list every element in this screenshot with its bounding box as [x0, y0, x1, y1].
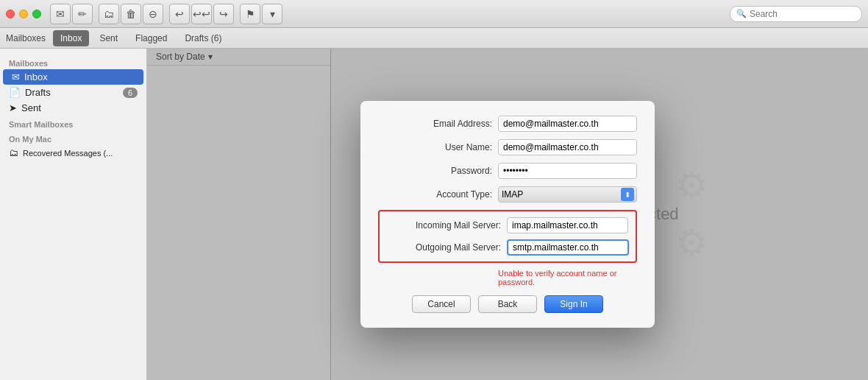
sidebar-item-recovered-label: Recovered Messages (... — [23, 149, 113, 158]
sidebar-section-onmymac: On My Mac — [0, 130, 146, 145]
flag-button[interactable]: ⚑ — [240, 4, 260, 24]
sidebar-item-recovered[interactable]: 🗂 Recovered Messages (... — [0, 145, 146, 161]
account-type-select[interactable]: IMAP POP — [498, 186, 637, 203]
flag-dropdown-button[interactable]: ▾ — [262, 4, 282, 24]
error-message: Unable to verify account name or passwor… — [498, 269, 637, 286]
new-mailbox-button[interactable]: ✉ — [50, 4, 71, 24]
email-label: Email Address: — [378, 119, 492, 129]
tab-drafts[interactable]: Drafts (6) — [177, 30, 229, 46]
traffic-lights — [6, 10, 41, 18]
username-label: User Name: — [378, 142, 492, 152]
flag-icon: ⚑ — [246, 8, 255, 20]
close-button[interactable] — [6, 10, 15, 18]
toolbar-group-reply: ↩ ↩↩ ↪ — [169, 4, 234, 24]
modal-dialog: Email Address: User Name: Password: Acco… — [360, 101, 655, 328]
username-input[interactable] — [498, 139, 637, 155]
sidebar-item-sent[interactable]: ➤ Sent — [0, 100, 146, 116]
search-icon: 🔍 — [736, 9, 747, 18]
toolbar: ✉ ✏ 🗂 🗑 ⊖ ↩ ↩↩ ↪ — [50, 4, 285, 24]
incoming-label: Incoming Mail Server: — [387, 220, 501, 231]
signin-button[interactable]: Sign In — [544, 295, 603, 313]
outgoing-row: Outgoing Mail Server: — [387, 239, 628, 256]
archive-icon: 🗂 — [104, 8, 114, 20]
junk-button[interactable]: ⊖ — [143, 4, 163, 24]
archive-button[interactable]: 🗂 — [99, 4, 119, 24]
minimize-button[interactable] — [19, 10, 28, 18]
account-type-label: Account Type: — [378, 189, 492, 200]
maximize-button[interactable] — [32, 10, 41, 18]
server-section: Incoming Mail Server: Outgoing Mail Serv… — [378, 210, 637, 263]
sidebar-item-inbox[interactable]: ✉ Inbox — [3, 69, 143, 85]
outgoing-input[interactable] — [507, 239, 629, 256]
account-type-row: Account Type: IMAP POP ⬍ — [378, 186, 637, 203]
compose-button[interactable]: ✏ — [72, 4, 93, 24]
folder-icon: 🗂 — [9, 147, 18, 158]
mailbox-icon: ✉ — [56, 8, 65, 20]
drafts-badge: 6 — [123, 88, 138, 98]
modal-overlay: Email Address: User Name: Password: Acco… — [147, 49, 868, 380]
reply-all-icon: ↩↩ — [193, 8, 210, 20]
sidebar-item-inbox-label: Inbox — [24, 71, 48, 82]
compose-icon: ✏ — [78, 8, 87, 20]
reply-button[interactable]: ↩ — [169, 4, 190, 24]
toolbar-group-mailbox: ✉ ✏ — [50, 4, 93, 24]
inbox-icon: ✉ — [12, 71, 20, 82]
chevron-down-icon: ▾ — [270, 8, 275, 20]
main-layout: Mailboxes ✉ Inbox 📄 Drafts 6 ➤ Sent Smar… — [0, 49, 868, 380]
content-area: Sort by Date ▾ ⚙ ⚙ ⚙ ⚙ ⚙ ⚙ — [147, 49, 868, 380]
sidebar-section-mailboxes: Mailboxes — [0, 54, 146, 69]
delete-icon: 🗑 — [126, 8, 136, 20]
tab-mailboxes[interactable]: Mailboxes — [6, 33, 46, 43]
password-label: Password: — [378, 166, 492, 176]
email-row: Email Address: — [378, 116, 637, 132]
password-row: Password: — [378, 163, 637, 179]
back-button[interactable]: Back — [478, 295, 537, 313]
delete-button[interactable]: 🗑 — [121, 4, 141, 24]
forward-icon: ↪ — [219, 8, 228, 20]
modal-buttons: Cancel Back Sign In — [378, 295, 637, 313]
tab-sent[interactable]: Sent — [92, 30, 125, 46]
sidebar: Mailboxes ✉ Inbox 📄 Drafts 6 ➤ Sent Smar… — [0, 49, 147, 380]
toolbar-group-actions: 🗂 🗑 ⊖ — [99, 4, 163, 24]
junk-icon: ⊖ — [149, 8, 157, 20]
titlebar: ✉ ✏ 🗂 🗑 ⊖ ↩ ↩↩ ↪ — [0, 0, 868, 28]
search-input[interactable] — [750, 9, 855, 19]
sidebar-section-smart: Smart Mailboxes — [0, 116, 146, 130]
outgoing-label: Outgoing Mail Server: — [387, 242, 501, 253]
sidebar-item-sent-label: Sent — [21, 102, 41, 113]
account-type-wrapper: IMAP POP ⬍ — [498, 186, 637, 203]
drafts-icon: 📄 — [9, 87, 21, 98]
tabbar: Mailboxes Inbox Sent Flagged Drafts (6) — [0, 28, 868, 49]
sent-icon: ➤ — [9, 102, 17, 113]
email-input[interactable] — [498, 116, 637, 132]
toolbar-group-flag: ⚑ ▾ — [240, 4, 282, 24]
password-input[interactable] — [498, 163, 637, 179]
username-row: User Name: — [378, 139, 637, 155]
sidebar-item-drafts-label: Drafts — [25, 87, 51, 98]
search-bar[interactable]: 🔍 — [730, 6, 862, 22]
reply-icon: ↩ — [175, 8, 184, 20]
incoming-row: Incoming Mail Server: — [387, 217, 628, 233]
reply-all-button[interactable]: ↩↩ — [191, 4, 212, 24]
forward-button[interactable]: ↪ — [213, 4, 234, 24]
incoming-input[interactable] — [507, 217, 628, 233]
cancel-button[interactable]: Cancel — [412, 295, 471, 313]
tab-flagged[interactable]: Flagged — [128, 30, 174, 46]
tab-inbox[interactable]: Inbox — [53, 30, 89, 46]
sidebar-item-drafts[interactable]: 📄 Drafts 6 — [0, 85, 146, 100]
